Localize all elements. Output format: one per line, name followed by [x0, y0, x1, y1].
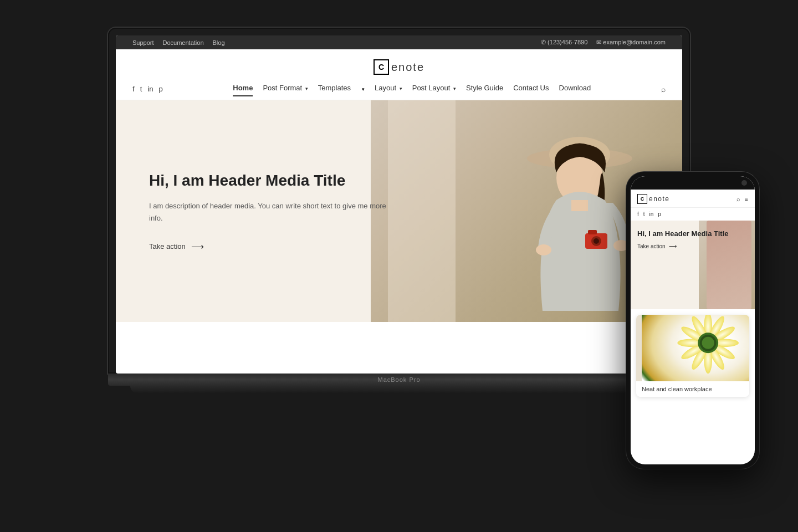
documentation-link[interactable]: Documentation: [163, 39, 204, 46]
site-topbar: Support Documentation Blog ✆ (123)456-78…: [116, 35, 682, 49]
topbar-phone: ✆ (123)456-7890: [541, 39, 587, 46]
nav-row: f t in p Home Post Format ▾ Templates ▾ …: [132, 80, 666, 94]
laptop-base: MacBook Pro: [108, 374, 690, 386]
hero-description: I am description of header media. You ca…: [149, 200, 394, 224]
nav-download[interactable]: Download: [559, 84, 591, 94]
site-logo[interactable]: C enote: [374, 59, 424, 75]
phone-hero: Hi, I am Header Media Title Take action …: [631, 221, 755, 309]
topbar-contact: ✆ (123)456-7890 ✉ example@domain.com: [541, 39, 666, 46]
topbar-email: ✉ example@domain.com: [596, 39, 666, 46]
nav-layout[interactable]: Layout ▾: [375, 84, 402, 94]
svg-point-6: [594, 238, 599, 244]
hero-overlay: [388, 100, 456, 322]
social-icons: f t in p: [132, 85, 163, 93]
phone-device: C enote ⌕ ≡ f t in p Hi, I am: [626, 172, 759, 469]
nav-templates-arrow[interactable]: ▾: [362, 86, 365, 92]
svg-point-24: [702, 337, 714, 349]
support-link[interactable]: Support: [132, 39, 154, 46]
hero-cta-label: Take action: [149, 242, 186, 250]
facebook-icon[interactable]: f: [132, 85, 135, 93]
phone-logo-box: C: [637, 194, 647, 204]
svg-point-8: [536, 244, 551, 255]
hero-section: Hi, I am Header Media Title I am descrip…: [116, 100, 682, 322]
laptop-model-label: MacBook Pro: [377, 376, 420, 383]
phone-site-header: C enote ⌕ ≡: [631, 190, 755, 208]
site-header: C enote f t in p Home Post Format ▾: [116, 49, 682, 100]
nav-post-layout[interactable]: Post Layout ▾: [412, 84, 456, 94]
phone-twitter-icon[interactable]: t: [643, 211, 645, 217]
phone-card-workplace: Neat and clean workplace: [636, 315, 749, 397]
phone-linkedin-icon[interactable]: in: [649, 211, 654, 217]
phone-camera: [741, 180, 747, 186]
pinterest-icon[interactable]: p: [158, 85, 162, 93]
nav-post-format[interactable]: Post Format ▾: [263, 84, 308, 94]
phone-card-image: [636, 315, 749, 381]
linkedin-icon[interactable]: in: [147, 85, 153, 93]
phone-card-label: Neat and clean workplace: [636, 381, 749, 397]
hero-cta-arrow-icon: ⟶: [191, 241, 204, 252]
phone-pinterest-icon[interactable]: p: [658, 211, 661, 217]
phone-hero-content: Hi, I am Header Media Title Take action …: [637, 229, 748, 249]
phone-cta-label: Take action: [637, 243, 666, 249]
svg-rect-7: [588, 230, 597, 234]
logo-box: C: [374, 59, 389, 75]
laptop-foot: [130, 386, 668, 393]
hero-title: Hi, I am Header Media Title: [149, 171, 394, 191]
phone-search-icon[interactable]: ⌕: [736, 196, 740, 202]
main-nav: Home Post Format ▾ Templates ▾ Layout ▾ …: [233, 84, 591, 94]
phone-menu-icon[interactable]: ≡: [745, 196, 748, 202]
hero-content: Hi, I am Header Media Title I am descrip…: [116, 137, 427, 285]
svg-rect-3: [571, 200, 588, 211]
phone-flower-svg: [636, 315, 749, 381]
nav-home[interactable]: Home: [233, 84, 253, 94]
phone-logo-name: enote: [649, 195, 670, 203]
logo-name: enote: [391, 61, 424, 74]
laptop-bezel: Support Documentation Blog ✆ (123)456-78…: [108, 28, 690, 374]
topbar-links: Support Documentation Blog: [132, 39, 225, 46]
nav-style-guide[interactable]: Style Guide: [466, 84, 503, 94]
phone-screen: C enote ⌕ ≡ f t in p Hi, I am: [631, 176, 755, 464]
phone-social-icons: f t in p: [631, 208, 755, 221]
phone-facebook-icon[interactable]: f: [637, 211, 639, 217]
phone-cta-arrow-icon: ⟶: [669, 243, 677, 249]
phone-nav-icons: ⌕ ≡: [736, 196, 748, 202]
nav-templates[interactable]: Templates: [318, 84, 351, 94]
laptop-screen: Support Documentation Blog ✆ (123)456-78…: [116, 35, 682, 374]
scene: Support Documentation Blog ✆ (123)456-78…: [28, 17, 770, 515]
phone-notch: [631, 176, 755, 190]
blog-link[interactable]: Blog: [213, 39, 225, 46]
search-icon[interactable]: ⌕: [661, 85, 666, 94]
nav-contact-us[interactable]: Contact Us: [513, 84, 549, 94]
phone-hero-cta[interactable]: Take action ⟶: [637, 243, 748, 249]
hero-cta-button[interactable]: Take action ⟶: [149, 241, 394, 252]
phone-logo[interactable]: C enote: [637, 194, 670, 204]
phone-hero-title: Hi, I am Header Media Title: [637, 229, 748, 239]
laptop-device: Support Documentation Blog ✆ (123)456-78…: [108, 28, 690, 393]
twitter-icon[interactable]: t: [140, 85, 142, 93]
